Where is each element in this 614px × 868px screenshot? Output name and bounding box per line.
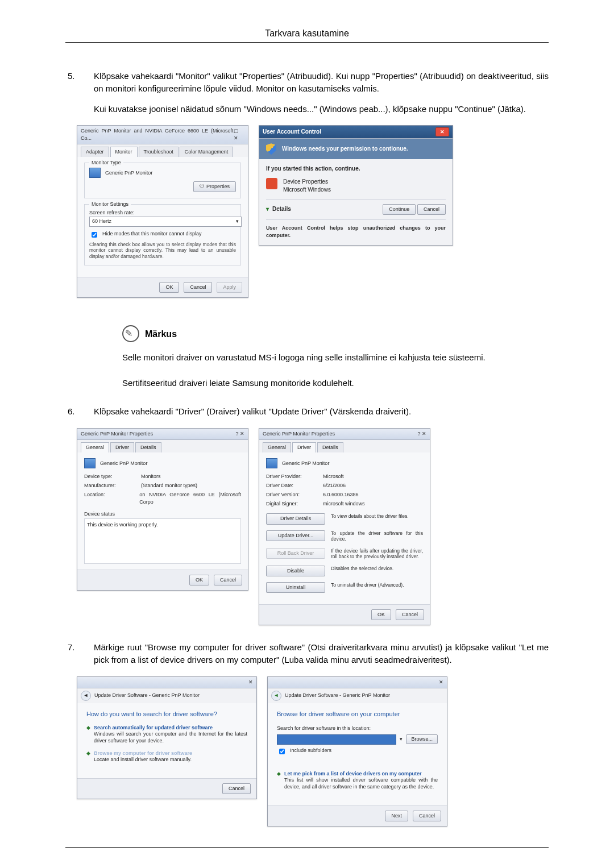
step-7: Märkige ruut "Browse my computer for dri…	[65, 641, 549, 827]
note-p1: Selle monitori draiver on varustatud MS-…	[122, 351, 549, 364]
properties-button[interactable]: 🛡 Properties	[193, 181, 236, 192]
window-uac: User Account Control ✕ Windows needs you…	[259, 125, 453, 246]
tab-general[interactable]: General	[81, 442, 109, 452]
label-location: Location:	[84, 491, 134, 506]
disable-button[interactable]: Disable	[266, 566, 325, 576]
shield-icon	[266, 143, 276, 155]
uac-details-label[interactable]: Details	[272, 205, 291, 214]
uac-if-started: If you started this action, continue.	[266, 165, 446, 173]
driver-details-button[interactable]: Driver Details	[266, 513, 325, 524]
titlebar: ✕	[77, 677, 256, 688]
monitor-name: Generic PnP Monitor	[282, 460, 329, 467]
window-update-driver-browse: ✕ ◄ Update Driver Software - Generic PnP…	[267, 676, 447, 827]
window-display-settings: Generic PnP Monitor and NVIDIA GeForce 6…	[77, 125, 248, 298]
label-digital-signer: Digital Signer:	[266, 500, 317, 508]
window-sysbuttons[interactable]: ✕	[439, 679, 443, 686]
step-5: Klõpsake vahekaardi "Monitor" valikut "P…	[65, 70, 549, 389]
tab-general[interactable]: General	[263, 442, 291, 452]
tab-details[interactable]: Details	[135, 442, 161, 452]
group-monitor-type: Monitor Type	[89, 159, 123, 167]
label-driver-date: Driver Date:	[266, 482, 317, 489]
back-icon[interactable]: ◄	[81, 691, 91, 701]
option-let-me-pick[interactable]: ◆ Let me pick from a list of device driv…	[277, 771, 438, 791]
hide-modes-checkbox[interactable]	[92, 232, 97, 238]
refresh-rate-value: 60 Hertz	[92, 218, 111, 225]
option-browse-computer[interactable]: ◆ Browse my computer for driver software…	[86, 750, 247, 763]
breadcrumb: Update Driver Software - Generic PnP Mon…	[285, 692, 390, 699]
tab-driver[interactable]: Driver	[110, 442, 134, 452]
browse-button[interactable]: Browse...	[406, 734, 438, 744]
option-browse-computer-title: Browse my computer for driver software	[94, 750, 192, 757]
device-status-text: This device is working properly.	[87, 522, 158, 528]
search-location-input[interactable]	[277, 734, 396, 745]
note-p2: Sertifitseeritud draiveri leiate Samsung…	[122, 377, 549, 390]
footer-rule	[65, 847, 549, 848]
window-monitor-properties-general: Generic PnP Monitor Properties ? ✕ Gener…	[77, 428, 248, 590]
titlebar: Generic PnP Monitor Properties ? ✕	[259, 429, 430, 440]
chevron-down-icon[interactable]: ▾	[400, 736, 403, 743]
window-monitor-properties-driver: Generic PnP Monitor Properties ? ✕ Gener…	[259, 428, 430, 625]
ok-button[interactable]: OK	[189, 575, 209, 585]
back-icon[interactable]: ◄	[271, 691, 281, 701]
tab-color-management[interactable]: Color Management	[180, 147, 234, 157]
device-icon	[266, 178, 277, 189]
cancel-button[interactable]: Cancel	[184, 282, 212, 293]
tab-driver[interactable]: Driver	[292, 442, 316, 452]
properties-label: Properties	[206, 184, 230, 189]
cancel-button[interactable]: Cancel	[413, 811, 441, 821]
close-icon[interactable]: ✕	[435, 127, 449, 136]
tab-troubleshoot[interactable]: Troubleshoot	[139, 147, 179, 157]
window-title: Generic PnP Monitor Properties	[263, 430, 335, 438]
chevron-down-icon[interactable]: ▾	[266, 205, 269, 214]
step5-para: Kui kuvatakse joonisel näidatud sõnum "W…	[94, 103, 549, 115]
value-device-type: Monitors	[141, 473, 161, 480]
window-title: Generic PnP Monitor and NVIDIA GeForce 6…	[81, 127, 234, 142]
window-update-driver-search: ✕ ◄ Update Driver Software - Generic PnP…	[77, 676, 257, 799]
cancel-button[interactable]: Cancel	[417, 204, 446, 215]
device-status-label: Device status	[84, 510, 241, 518]
window-sysbuttons[interactable]: ? ✕	[235, 430, 244, 438]
window-title: Generic PnP Monitor Properties	[81, 430, 153, 438]
apply-button[interactable]: Apply	[217, 282, 242, 293]
uac-device-properties: Device Properties	[283, 178, 331, 186]
breadcrumb: Update Driver Software - Generic PnP Mon…	[94, 692, 200, 699]
ok-button[interactable]: OK	[371, 609, 391, 620]
driver-details-desc: To view details about the driver files.	[331, 513, 409, 520]
value-manufacturer: (Standard monitor types)	[141, 482, 197, 489]
update-driver-desc: To update the driver software for this d…	[331, 530, 423, 542]
include-subfolders-label: Include subfolders	[290, 747, 331, 756]
window-title: User Account Control	[263, 128, 321, 136]
label-device-type: Device type:	[84, 473, 135, 480]
option-search-auto[interactable]: ◆ Search automatically for updated drive…	[86, 725, 247, 745]
window-sysbuttons[interactable]: ? ✕	[417, 430, 426, 438]
device-status-box: This device is working properly.	[84, 518, 241, 564]
tab-details[interactable]: Details	[317, 442, 343, 452]
refresh-rate-select[interactable]: 60 Hertz ▾	[89, 217, 242, 226]
uninstall-desc: To uninstall the driver (Advanced).	[331, 582, 404, 588]
uninstall-button[interactable]: Uninstall	[266, 582, 325, 593]
rollback-driver-button[interactable]: Roll Back Driver	[266, 548, 325, 559]
window-sysbuttons[interactable]: ✕	[248, 679, 253, 686]
option-browse-computer-desc: Locate and install driver software manua…	[94, 757, 192, 763]
value-driver-provider: Microsoft	[323, 473, 344, 480]
option-search-auto-title: Search automatically for updated driver …	[94, 725, 247, 732]
update-driver-button[interactable]: Update Driver...	[266, 530, 325, 541]
window-sysbuttons[interactable]: ▢ ✕	[234, 127, 244, 142]
disable-desc: Disables the selected device.	[331, 566, 393, 572]
titlebar: User Account Control ✕	[259, 126, 453, 139]
chevron-down-icon: ▾	[236, 218, 239, 225]
hide-modes-hint: Clearing this check box allows you to se…	[89, 242, 236, 260]
cancel-button[interactable]: Cancel	[396, 609, 424, 620]
monitor-icon	[266, 458, 277, 468]
ok-button[interactable]: OK	[159, 282, 179, 293]
cancel-button[interactable]: Cancel	[222, 783, 251, 794]
include-subfolders-checkbox[interactable]	[279, 749, 285, 754]
cancel-button[interactable]: Cancel	[214, 575, 242, 585]
continue-button[interactable]: Continue	[383, 204, 416, 215]
tab-monitor[interactable]: Monitor	[110, 147, 138, 157]
value-location: on NVIDIA GeForce 6600 LE (Microsoft Cor…	[139, 491, 241, 506]
next-button[interactable]: Next	[385, 811, 408, 821]
tab-adapter[interactable]: Adapter	[81, 147, 109, 157]
label-manufacturer: Manufacturer:	[84, 482, 135, 489]
step7-text: Märkige ruut "Browse my computer for dri…	[94, 642, 549, 665]
